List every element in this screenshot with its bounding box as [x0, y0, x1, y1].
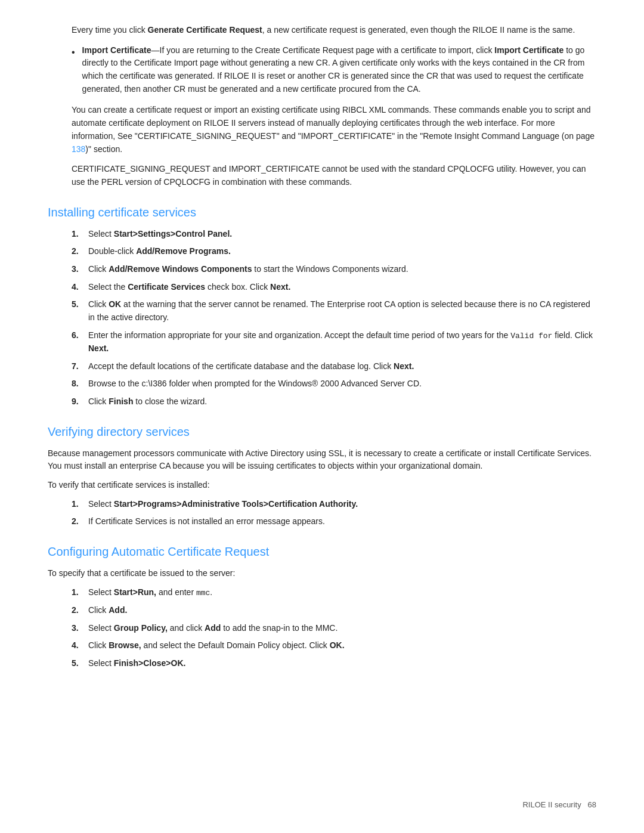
- footer-page-number: 68: [588, 800, 596, 809]
- installing-step-8: Browse to the c:\I386 folder when prompt…: [72, 377, 596, 391]
- configuring-steps-list: Select Start>Run, and enter mmc. Click A…: [48, 586, 596, 670]
- installing-step-7-text: Accept the default locations of the cert…: [88, 360, 414, 373]
- import-cert-text: Import Certificate—If you are returning …: [82, 44, 596, 96]
- installing-step-3: Click Add/Remove Windows Components to s…: [72, 263, 596, 276]
- cpqlocfg-para: CERTIFICATE_SIGNING_REQUEST and IMPORT_C…: [72, 163, 596, 188]
- installing-step-5: Click OK at the warning that the server …: [72, 298, 596, 324]
- configuring-heading: Configuring Automatic Certificate Reques…: [48, 545, 596, 559]
- verifying-heading: Verifying directory services: [48, 425, 596, 439]
- footer: RILOE II security 68: [522, 800, 596, 809]
- footer-label: RILOE II security: [522, 800, 581, 809]
- configuring-step-1: Select Start>Run, and enter mmc.: [72, 586, 596, 599]
- installing-step-7: Accept the default locations of the cert…: [72, 360, 596, 373]
- installing-step-2-text: Double-click Add/Remove Programs.: [88, 245, 231, 258]
- configuring-step-4: Click Browse, and select the Default Dom…: [72, 639, 596, 652]
- section-installing: Installing certificate services Select S…: [48, 206, 596, 408]
- import-cert-bullet: • Import Certificate—If you are returnin…: [72, 44, 596, 96]
- verifying-para1: Because management processors communicat…: [48, 447, 596, 473]
- content-area: Every time you click Generate Certificat…: [48, 24, 596, 670]
- installing-step-1: Select Start>Settings>Control Panel.: [72, 228, 596, 241]
- configuring-step-5: Select Finish>Close>OK.: [72, 657, 596, 670]
- installing-step-9-text: Click Finish to close the wizard.: [88, 395, 207, 408]
- verifying-step-2: If Certificate Services is not installed…: [72, 515, 596, 528]
- intro-block: Every time you click Generate Certificat…: [48, 24, 596, 189]
- installing-step-6: Enter the information appropriate for yo…: [72, 329, 596, 355]
- installing-heading: Installing certificate services: [48, 206, 596, 219]
- footer-text: RILOE II security 68: [522, 800, 596, 809]
- installing-step-4-text: Select the Certificate Services check bo…: [88, 281, 290, 294]
- generate-cert-para: Every time you click Generate Certificat…: [72, 24, 596, 37]
- section-verifying: Verifying directory services Because man…: [48, 425, 596, 528]
- configuring-step-3-text: Select Group Policy, and click Add to ad…: [88, 622, 338, 635]
- verifying-para2: To verify that certificate services is i…: [48, 479, 596, 492]
- bullet-list: • Import Certificate—If you are returnin…: [72, 44, 596, 96]
- page-138-link[interactable]: 138: [72, 144, 85, 154]
- configuring-step-2-text: Click Add.: [88, 604, 127, 617]
- installing-step-6-text: Enter the information appropriate for yo…: [88, 329, 596, 355]
- ribcl-para: You can create a certificate request or …: [72, 104, 596, 156]
- bullet-dot: •: [72, 45, 75, 60]
- configuring-step-4-text: Click Browse, and select the Default Dom…: [88, 639, 345, 652]
- configuring-para1: To specify that a certificate be issued …: [48, 567, 596, 580]
- section-configuring: Configuring Automatic Certificate Reques…: [48, 545, 596, 670]
- configuring-step-5-text: Select Finish>Close>OK.: [88, 657, 185, 670]
- verifying-steps-list: Select Start>Programs>Administrative Too…: [48, 498, 596, 528]
- installing-step-1-text: Select Start>Settings>Control Panel.: [88, 228, 232, 241]
- installing-step-9: Click Finish to close the wizard.: [72, 395, 596, 408]
- installing-step-4: Select the Certificate Services check bo…: [72, 281, 596, 294]
- configuring-step-3: Select Group Policy, and click Add to ad…: [72, 622, 596, 635]
- installing-step-2: Double-click Add/Remove Programs.: [72, 245, 596, 258]
- installing-step-3-text: Click Add/Remove Windows Components to s…: [88, 263, 408, 276]
- configuring-step-1-text: Select Start>Run, and enter mmc.: [88, 586, 212, 599]
- verifying-step-1-text: Select Start>Programs>Administrative Too…: [88, 498, 358, 511]
- installing-steps-list: Select Start>Settings>Control Panel. Dou…: [48, 228, 596, 408]
- configuring-step-2: Click Add.: [72, 604, 596, 617]
- installing-step-8-text: Browse to the c:\I386 folder when prompt…: [88, 377, 422, 391]
- verifying-step-1: Select Start>Programs>Administrative Too…: [72, 498, 596, 511]
- verifying-step-2-text: If Certificate Services is not installed…: [88, 515, 325, 528]
- installing-step-5-text: Click OK at the warning that the server …: [88, 298, 596, 324]
